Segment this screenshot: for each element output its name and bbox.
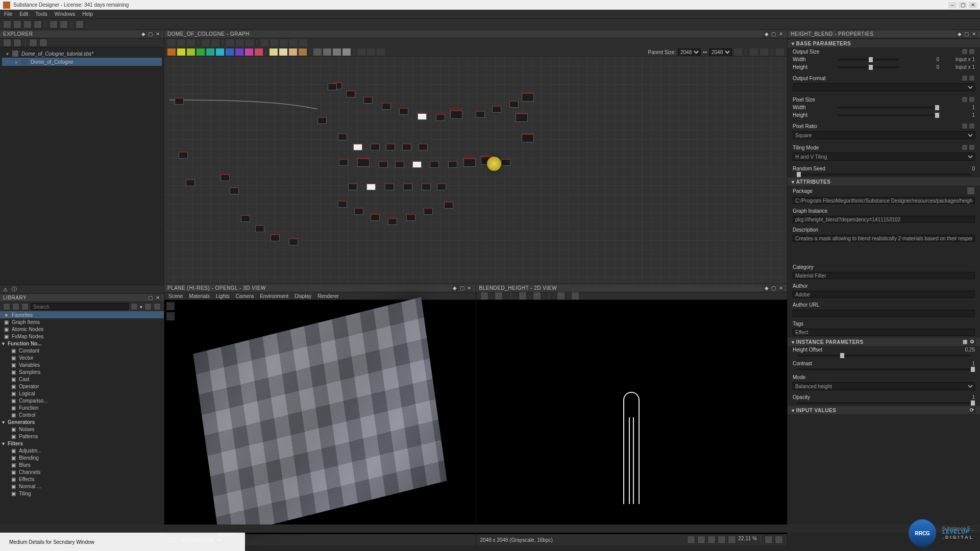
pin-icon[interactable]: ◆ (452, 285, 458, 291)
swatch-grey[interactable] (323, 48, 331, 56)
graph-node[interactable] (509, 101, 519, 108)
swatch-grey[interactable] (333, 48, 341, 56)
graph-node[interactable] (289, 238, 298, 245)
close-panel-icon[interactable]: ✕ (155, 31, 161, 37)
maximize-panel-icon[interactable]: ▢ (964, 31, 970, 37)
graph-node[interactable] (492, 106, 501, 113)
chevron-down-icon[interactable]: ▾ (5, 51, 9, 57)
refresh-icon[interactable] (734, 48, 742, 56)
eye-icon[interactable] (760, 48, 768, 56)
graph-node[interactable] (419, 143, 428, 151)
lib-noises[interactable]: ▣Noises (0, 425, 164, 433)
swatch-yellowgreen[interactable] (187, 48, 195, 56)
chevron-down-icon[interactable]: ▾ (2, 341, 5, 346)
graph-node[interactable] (403, 183, 412, 190)
graph-node[interactable] (399, 108, 408, 115)
lib-patterns[interactable]: ▣Patterns (0, 433, 164, 440)
refresh-icon[interactable]: ⟳ (970, 407, 976, 413)
close-panel-icon[interactable]: ✕ (971, 31, 977, 37)
tile-icon[interactable] (533, 292, 541, 300)
redo-icon[interactable] (60, 20, 68, 29)
grid-icon[interactable] (519, 292, 527, 300)
grid-icon[interactable]: ▦ (963, 339, 969, 345)
record-icon[interactable] (166, 312, 175, 320)
gear-icon[interactable] (969, 48, 975, 55)
reset-icon[interactable] (962, 123, 968, 129)
swatch-tan[interactable] (289, 48, 297, 56)
graph-node[interactable] (175, 97, 184, 105)
graph-node[interactable] (363, 96, 373, 104)
grid-toggle-icon[interactable] (687, 536, 695, 544)
graph-node[interactable] (328, 83, 337, 90)
lib-blurs[interactable]: ▣Blurs (0, 461, 164, 468)
link-icon[interactable] (39, 39, 47, 47)
pin-icon[interactable]: ◆ (140, 31, 146, 37)
swatch-grey[interactable] (313, 48, 322, 56)
lib-generators[interactable]: ▾Generators (0, 418, 164, 425)
lib-channels[interactable]: ▣Channels (0, 468, 164, 475)
eye-icon[interactable] (750, 48, 758, 56)
graph-node[interactable] (388, 218, 397, 225)
close-panel-icon[interactable]: ✕ (778, 31, 784, 37)
graph-node[interactable] (476, 111, 485, 118)
chevron-down-icon[interactable]: ▾ (792, 179, 795, 185)
chevron-down-icon[interactable]: ▾ (140, 304, 142, 310)
graph-node[interactable] (422, 183, 431, 190)
package-field[interactable] (793, 197, 975, 204)
save-icon[interactable] (23, 20, 32, 29)
pin-icon[interactable]: ◆ (764, 285, 770, 291)
link-icon[interactable]: ⚯ (703, 49, 707, 55)
height-offset-slider[interactable] (797, 355, 971, 357)
histogram-icon[interactable] (571, 292, 579, 300)
reset-icon[interactable] (962, 75, 968, 81)
menu-renderer[interactable]: Renderer (317, 293, 339, 299)
chevron-down-icon[interactable]: ▾ (792, 339, 795, 345)
graph-instance-field[interactable] (793, 216, 975, 223)
graph-node[interactable] (450, 110, 462, 119)
parent-size-width[interactable]: 2048 (678, 48, 701, 56)
tree-view-icon[interactable] (3, 303, 10, 310)
lib-vector[interactable]: ▣Vector (0, 354, 164, 361)
lib-samplers[interactable]: ▣Samplers (0, 368, 164, 375)
swatch-green[interactable] (197, 48, 205, 56)
chevron-down-icon[interactable]: ▾ (2, 441, 5, 446)
graph-node[interactable] (179, 152, 188, 159)
graph-node[interactable] (338, 133, 347, 140)
warning-icon[interactable]: ⚠ (3, 287, 8, 292)
close-panel-icon[interactable]: ✕ (155, 295, 161, 301)
anchor-icon[interactable] (377, 48, 385, 56)
mode-dropdown[interactable]: Balanced height (793, 382, 975, 390)
new-icon[interactable] (3, 20, 11, 29)
graph-node[interactable] (220, 174, 230, 181)
graph-node[interactable] (346, 90, 355, 97)
width-slider[interactable] (838, 59, 899, 61)
info-icon[interactable]: ⓘ (12, 286, 17, 293)
gear-icon[interactable] (969, 75, 975, 81)
swatch-cream[interactable] (270, 48, 278, 56)
output-node[interactable] (516, 113, 528, 122)
lib-function[interactable]: ▣Function (0, 404, 164, 411)
graph-node[interactable] (241, 215, 250, 222)
swatch-pale[interactable] (279, 48, 287, 56)
swatch-cyan[interactable] (216, 48, 224, 56)
lib-atomic-nodes[interactable]: ▣Atomic Nodes (0, 325, 164, 333)
camera-icon[interactable] (177, 39, 185, 46)
highlight-icon[interactable] (246, 39, 254, 46)
reset-icon[interactable] (962, 96, 968, 103)
fit-icon[interactable] (697, 536, 705, 544)
menu-help[interactable]: Help (82, 11, 93, 17)
actual-size-icon[interactable] (728, 536, 736, 544)
dropper-icon[interactable] (765, 536, 773, 544)
parent-size-height[interactable]: 2048 (709, 48, 732, 56)
chevron-right-icon[interactable]: ▸ (14, 59, 18, 65)
graph-node[interactable] (371, 143, 380, 151)
lib-adjustments[interactable]: ▣Adjustm... (0, 447, 164, 454)
menu-display[interactable]: Display (295, 293, 311, 299)
pin-icon[interactable]: ◆ (764, 31, 770, 37)
graph-row[interactable]: ▸ Dome_of_Cologne (2, 58, 162, 66)
lib-function-nodes[interactable]: ▾Function No... (0, 340, 164, 347)
output-node[interactable] (522, 133, 534, 142)
pin-icon[interactable]: ◆ (957, 31, 963, 37)
lib-graph-items[interactable]: ▣Graph Items (0, 318, 164, 325)
graph-node[interactable] (395, 161, 404, 168)
